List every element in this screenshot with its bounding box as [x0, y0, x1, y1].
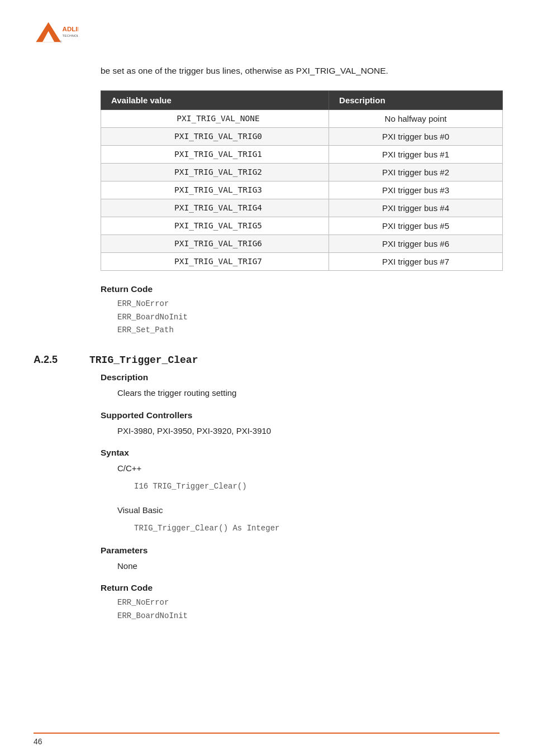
table-cell-description: PXI trigger bus #3 — [329, 181, 503, 199]
table-cell-value: PXI_TRIG_VAL_TRIG3 — [101, 181, 329, 199]
parameters-heading: Parameters — [101, 546, 499, 556]
table-cell-value: PXI_TRIG_VAL_TRIG0 — [101, 127, 329, 145]
available-values-table: Available value Description PXI_TRIG_VAL… — [101, 90, 503, 271]
table-row: PXI_TRIG_VAL_TRIG1PXI trigger bus #1 — [101, 145, 503, 163]
logo-area: ADLINK TECHNOLOGY INC. ® — [34, 17, 499, 47]
table-row: PXI_TRIG_VAL_TRIG5PXI trigger bus #5 — [101, 217, 503, 235]
section-title: TRIG_Trigger_Clear — [89, 355, 198, 366]
syntax-vb-code: TRIG_Trigger_Clear() As Integer — [134, 522, 499, 535]
svg-text:®: ® — [60, 40, 62, 44]
table-cell-description: PXI trigger bus #2 — [329, 163, 503, 181]
return-code-heading-1: Return Code — [101, 284, 499, 294]
table-cell-value: PXI_TRIG_VAL_NONE — [101, 109, 329, 127]
table-cell-description: PXI trigger bus #4 — [329, 199, 503, 217]
adlink-logo: ADLINK TECHNOLOGY INC. ® — [34, 17, 78, 47]
table-cell-description: PXI trigger bus #5 — [329, 217, 503, 235]
table-row: PXI_TRIG_VAL_TRIG3PXI trigger bus #3 — [101, 181, 503, 199]
svg-text:TECHNOLOGY INC.: TECHNOLOGY INC. — [63, 34, 78, 37]
return-code-heading-2: Return Code — [101, 583, 499, 593]
svg-text:ADLINK: ADLINK — [63, 26, 78, 32]
return-code-item: ERR_BoardNoInit — [117, 311, 499, 324]
table-cell-description: PXI trigger bus #6 — [329, 235, 503, 252]
table-cell-value: PXI_TRIG_VAL_TRIG6 — [101, 235, 329, 252]
table-cell-description: PXI trigger bus #0 — [329, 127, 503, 145]
parameters-text: None — [117, 559, 499, 573]
return-code-item: ERR_BoardNoInit — [117, 610, 499, 623]
return-code-item: ERR_NoError — [117, 596, 499, 610]
table-row: PXI_TRIG_VAL_TRIG0PXI trigger bus #0 — [101, 127, 503, 145]
section-a25-heading: A.2.5 TRIG_Trigger_Clear — [34, 354, 499, 366]
table-cell-value: PXI_TRIG_VAL_TRIG5 — [101, 217, 329, 235]
table-header-value: Available value — [101, 90, 329, 109]
controllers-text: PXI-3980, PXI-3950, PXI-3920, PXI-3910 — [117, 424, 499, 438]
table-row: PXI_TRIG_VAL_TRIG2PXI trigger bus #2 — [101, 163, 503, 181]
section-number: A.2.5 — [34, 354, 73, 366]
table-cell-value: PXI_TRIG_VAL_TRIG4 — [101, 199, 329, 217]
table-cell-description: PXI trigger bus #7 — [329, 252, 503, 270]
controllers-heading: Supported Controllers — [101, 410, 499, 420]
table-row: PXI_TRIG_VAL_TRIG7PXI trigger bus #7 — [101, 252, 503, 270]
table-header-description: Description — [329, 90, 503, 109]
intro-paragraph: be set as one of the trigger bus lines, … — [101, 64, 499, 78]
table-cell-value: PXI_TRIG_VAL_TRIG7 — [101, 252, 329, 270]
table-cell-value: PXI_TRIG_VAL_TRIG1 — [101, 145, 329, 163]
return-code-block-2: ERR_NoErrorERR_BoardNoInit — [117, 596, 499, 623]
page-number: 46 — [34, 737, 42, 746]
footer-divider — [34, 733, 499, 734]
syntax-cc-code: I16 TRIG_Trigger_Clear() — [134, 480, 499, 494]
table-cell-description: PXI trigger bus #1 — [329, 145, 503, 163]
return-code-block-1: ERR_NoErrorERR_BoardNoInitERR_Set_Path — [117, 298, 499, 337]
description-text: Clears the trigger routing setting — [117, 386, 499, 400]
table-cell-description: No halfway point — [329, 109, 503, 127]
table-row: PXI_TRIG_VAL_NONENo halfway point — [101, 109, 503, 127]
table-row: PXI_TRIG_VAL_TRIG4PXI trigger bus #4 — [101, 199, 503, 217]
syntax-heading: Syntax — [101, 448, 499, 458]
return-code-item: ERR_Set_Path — [117, 324, 499, 337]
syntax-cc-label: C/C++ — [117, 461, 499, 476]
description-heading: Description — [101, 372, 499, 382]
syntax-vb-label: Visual Basic — [117, 503, 499, 518]
table-cell-value: PXI_TRIG_VAL_TRIG2 — [101, 163, 329, 181]
table-row: PXI_TRIG_VAL_TRIG6PXI trigger bus #6 — [101, 235, 503, 252]
return-code-item: ERR_NoError — [117, 298, 499, 311]
